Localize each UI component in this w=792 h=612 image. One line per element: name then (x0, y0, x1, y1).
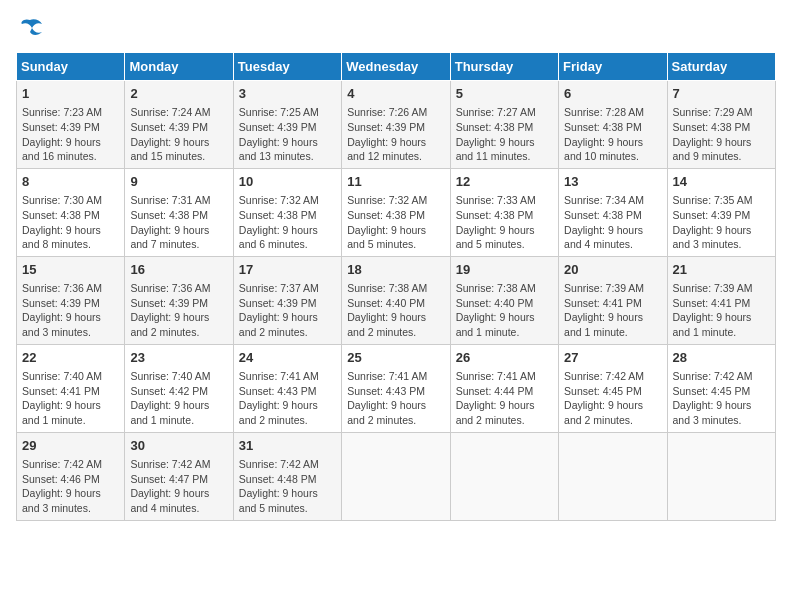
day-number: 1 (22, 85, 119, 103)
calendar-cell: 15Sunrise: 7:36 AM Sunset: 4:39 PM Dayli… (17, 256, 125, 344)
calendar-cell: 10Sunrise: 7:32 AM Sunset: 4:38 PM Dayli… (233, 168, 341, 256)
day-info: Sunrise: 7:24 AM Sunset: 4:39 PM Dayligh… (130, 105, 227, 164)
page-header (16, 16, 776, 40)
day-info: Sunrise: 7:32 AM Sunset: 4:38 PM Dayligh… (347, 193, 444, 252)
calendar-week-row: 8Sunrise: 7:30 AM Sunset: 4:38 PM Daylig… (17, 168, 776, 256)
calendar-cell: 14Sunrise: 7:35 AM Sunset: 4:39 PM Dayli… (667, 168, 775, 256)
calendar-cell: 6Sunrise: 7:28 AM Sunset: 4:38 PM Daylig… (559, 81, 667, 169)
day-info: Sunrise: 7:33 AM Sunset: 4:38 PM Dayligh… (456, 193, 553, 252)
calendar-cell: 4Sunrise: 7:26 AM Sunset: 4:39 PM Daylig… (342, 81, 450, 169)
calendar-cell (342, 432, 450, 520)
calendar-cell: 30Sunrise: 7:42 AM Sunset: 4:47 PM Dayli… (125, 432, 233, 520)
calendar-cell: 16Sunrise: 7:36 AM Sunset: 4:39 PM Dayli… (125, 256, 233, 344)
calendar-cell (450, 432, 558, 520)
calendar-cell: 12Sunrise: 7:33 AM Sunset: 4:38 PM Dayli… (450, 168, 558, 256)
calendar-week-row: 15Sunrise: 7:36 AM Sunset: 4:39 PM Dayli… (17, 256, 776, 344)
day-info: Sunrise: 7:40 AM Sunset: 4:42 PM Dayligh… (130, 369, 227, 428)
day-number: 16 (130, 261, 227, 279)
day-info: Sunrise: 7:38 AM Sunset: 4:40 PM Dayligh… (347, 281, 444, 340)
calendar-cell: 22Sunrise: 7:40 AM Sunset: 4:41 PM Dayli… (17, 344, 125, 432)
day-number: 30 (130, 437, 227, 455)
day-info: Sunrise: 7:26 AM Sunset: 4:39 PM Dayligh… (347, 105, 444, 164)
column-header-friday: Friday (559, 53, 667, 81)
day-number: 12 (456, 173, 553, 191)
day-info: Sunrise: 7:25 AM Sunset: 4:39 PM Dayligh… (239, 105, 336, 164)
column-header-thursday: Thursday (450, 53, 558, 81)
calendar-cell: 7Sunrise: 7:29 AM Sunset: 4:38 PM Daylig… (667, 81, 775, 169)
day-info: Sunrise: 7:34 AM Sunset: 4:38 PM Dayligh… (564, 193, 661, 252)
day-number: 19 (456, 261, 553, 279)
day-info: Sunrise: 7:40 AM Sunset: 4:41 PM Dayligh… (22, 369, 119, 428)
calendar-cell: 31Sunrise: 7:42 AM Sunset: 4:48 PM Dayli… (233, 432, 341, 520)
column-header-monday: Monday (125, 53, 233, 81)
day-number: 8 (22, 173, 119, 191)
day-number: 26 (456, 349, 553, 367)
calendar-cell: 13Sunrise: 7:34 AM Sunset: 4:38 PM Dayli… (559, 168, 667, 256)
calendar-cell: 9Sunrise: 7:31 AM Sunset: 4:38 PM Daylig… (125, 168, 233, 256)
day-info: Sunrise: 7:42 AM Sunset: 4:45 PM Dayligh… (564, 369, 661, 428)
day-info: Sunrise: 7:36 AM Sunset: 4:39 PM Dayligh… (130, 281, 227, 340)
calendar-week-row: 22Sunrise: 7:40 AM Sunset: 4:41 PM Dayli… (17, 344, 776, 432)
column-header-sunday: Sunday (17, 53, 125, 81)
day-info: Sunrise: 7:27 AM Sunset: 4:38 PM Dayligh… (456, 105, 553, 164)
day-number: 3 (239, 85, 336, 103)
day-number: 2 (130, 85, 227, 103)
day-number: 18 (347, 261, 444, 279)
day-info: Sunrise: 7:39 AM Sunset: 4:41 PM Dayligh… (673, 281, 770, 340)
day-number: 28 (673, 349, 770, 367)
day-number: 7 (673, 85, 770, 103)
day-number: 5 (456, 85, 553, 103)
calendar-week-row: 29Sunrise: 7:42 AM Sunset: 4:46 PM Dayli… (17, 432, 776, 520)
day-info: Sunrise: 7:38 AM Sunset: 4:40 PM Dayligh… (456, 281, 553, 340)
logo (16, 16, 48, 40)
day-info: Sunrise: 7:29 AM Sunset: 4:38 PM Dayligh… (673, 105, 770, 164)
calendar-cell: 25Sunrise: 7:41 AM Sunset: 4:43 PM Dayli… (342, 344, 450, 432)
day-number: 21 (673, 261, 770, 279)
day-number: 23 (130, 349, 227, 367)
calendar-cell: 26Sunrise: 7:41 AM Sunset: 4:44 PM Dayli… (450, 344, 558, 432)
calendar-cell: 27Sunrise: 7:42 AM Sunset: 4:45 PM Dayli… (559, 344, 667, 432)
calendar-cell: 19Sunrise: 7:38 AM Sunset: 4:40 PM Dayli… (450, 256, 558, 344)
day-info: Sunrise: 7:37 AM Sunset: 4:39 PM Dayligh… (239, 281, 336, 340)
day-number: 11 (347, 173, 444, 191)
calendar-cell: 1Sunrise: 7:23 AM Sunset: 4:39 PM Daylig… (17, 81, 125, 169)
calendar-table: SundayMondayTuesdayWednesdayThursdayFrid… (16, 52, 776, 521)
calendar-cell (559, 432, 667, 520)
calendar-cell: 2Sunrise: 7:24 AM Sunset: 4:39 PM Daylig… (125, 81, 233, 169)
column-header-wednesday: Wednesday (342, 53, 450, 81)
calendar-cell: 29Sunrise: 7:42 AM Sunset: 4:46 PM Dayli… (17, 432, 125, 520)
day-info: Sunrise: 7:42 AM Sunset: 4:45 PM Dayligh… (673, 369, 770, 428)
day-info: Sunrise: 7:41 AM Sunset: 4:43 PM Dayligh… (347, 369, 444, 428)
day-info: Sunrise: 7:39 AM Sunset: 4:41 PM Dayligh… (564, 281, 661, 340)
calendar-cell (667, 432, 775, 520)
day-info: Sunrise: 7:32 AM Sunset: 4:38 PM Dayligh… (239, 193, 336, 252)
day-number: 17 (239, 261, 336, 279)
calendar-cell: 23Sunrise: 7:40 AM Sunset: 4:42 PM Dayli… (125, 344, 233, 432)
day-info: Sunrise: 7:42 AM Sunset: 4:46 PM Dayligh… (22, 457, 119, 516)
calendar-week-row: 1Sunrise: 7:23 AM Sunset: 4:39 PM Daylig… (17, 81, 776, 169)
day-number: 25 (347, 349, 444, 367)
day-info: Sunrise: 7:23 AM Sunset: 4:39 PM Dayligh… (22, 105, 119, 164)
day-number: 9 (130, 173, 227, 191)
day-info: Sunrise: 7:35 AM Sunset: 4:39 PM Dayligh… (673, 193, 770, 252)
day-number: 13 (564, 173, 661, 191)
day-number: 24 (239, 349, 336, 367)
day-info: Sunrise: 7:28 AM Sunset: 4:38 PM Dayligh… (564, 105, 661, 164)
day-info: Sunrise: 7:36 AM Sunset: 4:39 PM Dayligh… (22, 281, 119, 340)
day-number: 31 (239, 437, 336, 455)
calendar-cell: 24Sunrise: 7:41 AM Sunset: 4:43 PM Dayli… (233, 344, 341, 432)
calendar-cell: 5Sunrise: 7:27 AM Sunset: 4:38 PM Daylig… (450, 81, 558, 169)
day-info: Sunrise: 7:30 AM Sunset: 4:38 PM Dayligh… (22, 193, 119, 252)
calendar-cell: 28Sunrise: 7:42 AM Sunset: 4:45 PM Dayli… (667, 344, 775, 432)
day-info: Sunrise: 7:31 AM Sunset: 4:38 PM Dayligh… (130, 193, 227, 252)
calendar-header-row: SundayMondayTuesdayWednesdayThursdayFrid… (17, 53, 776, 81)
day-number: 4 (347, 85, 444, 103)
calendar-cell: 18Sunrise: 7:38 AM Sunset: 4:40 PM Dayli… (342, 256, 450, 344)
logo-bird-icon (16, 16, 44, 40)
day-number: 27 (564, 349, 661, 367)
day-info: Sunrise: 7:41 AM Sunset: 4:43 PM Dayligh… (239, 369, 336, 428)
day-number: 29 (22, 437, 119, 455)
calendar-cell: 20Sunrise: 7:39 AM Sunset: 4:41 PM Dayli… (559, 256, 667, 344)
day-info: Sunrise: 7:41 AM Sunset: 4:44 PM Dayligh… (456, 369, 553, 428)
day-info: Sunrise: 7:42 AM Sunset: 4:47 PM Dayligh… (130, 457, 227, 516)
